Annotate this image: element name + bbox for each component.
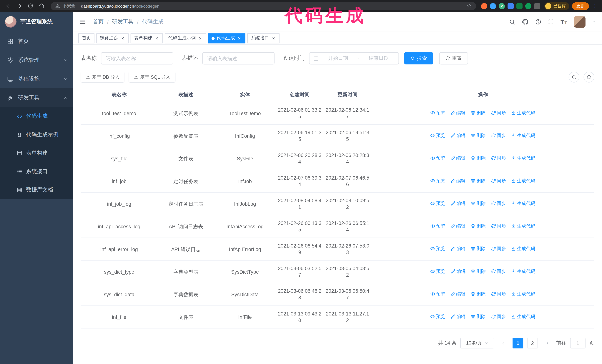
tab-system-api[interactable]: 系统接口 × [247,33,280,43]
sync-link[interactable]: 同步 [491,291,506,297]
table-desc-input[interactable] [202,52,275,64]
import-sql-button[interactable]: 基于 SQL 导入 [129,72,175,83]
tab-form-builder[interactable]: 表单构建 × [130,33,163,43]
sync-link[interactable]: 同步 [491,110,506,116]
collapse-sidebar-icon[interactable] [79,18,86,25]
generate-code-link[interactable]: 生成代码 [511,291,536,297]
sidebar-subitem-form-builder[interactable]: 表单构建 [0,144,73,162]
sync-link[interactable]: 同步 [491,177,506,184]
tab-home[interactable]: 首页 [78,33,95,43]
fullscreen-icon[interactable] [548,19,554,25]
edit-link[interactable]: 编辑 [451,200,465,207]
delete-link[interactable]: 删除 [471,291,486,297]
search-icon[interactable] [509,19,515,25]
edit-link[interactable]: 编辑 [451,291,465,297]
preview-link[interactable]: 预览 [430,246,445,252]
browser-menu-icon[interactable]: ⋮ [592,3,598,9]
preview-link[interactable]: 预览 [430,313,445,320]
toggle-search-button[interactable] [569,72,580,83]
extensions-puzzle-icon[interactable] [534,3,540,9]
next-page-button[interactable] [542,338,553,348]
preview-link[interactable]: 预览 [430,177,445,184]
edit-link[interactable]: 编辑 [451,246,465,252]
delete-link[interactable]: 删除 [471,155,486,161]
delete-link[interactable]: 删除 [471,200,486,207]
app-logo[interactable]: 芋道管理系统 [0,12,73,32]
page-button-2[interactable]: 2 [527,338,538,348]
sync-link[interactable]: 同步 [491,268,506,275]
generate-code-link[interactable]: 生成代码 [511,246,536,252]
prev-page-button[interactable] [498,338,509,348]
extension-icon[interactable] [525,3,531,9]
import-db-button[interactable]: 基于 DB 导入 [81,72,124,83]
edit-link[interactable]: 编辑 [451,177,465,184]
preview-link[interactable]: 预览 [430,268,445,275]
extension-icon[interactable] [481,3,487,9]
preview-link[interactable]: 预览 [430,291,445,297]
delete-link[interactable]: 删除 [471,313,486,320]
sync-link[interactable]: 同步 [491,246,506,252]
edit-link[interactable]: 编辑 [451,268,465,275]
preview-link[interactable]: 预览 [430,132,445,139]
preview-link[interactable]: 预览 [430,110,445,116]
delete-link[interactable]: 删除 [471,246,486,252]
sidebar-subitem-codegen[interactable]: 代码生成 [0,107,73,125]
extension-icon[interactable] [507,3,514,9]
sync-link[interactable]: 同步 [491,132,506,139]
sidebar-subitem-db-docs[interactable]: 数据库文档 [0,181,73,199]
goto-page-input[interactable] [570,338,586,348]
tab-link-trace[interactable]: 链路追踪 × [96,33,129,43]
sidebar-item-devtools[interactable]: 研发工具 [0,88,73,107]
reset-button[interactable]: 重置 [439,52,468,64]
sidebar-item-infra[interactable]: 基础设施 [0,69,73,88]
refresh-table-button[interactable] [584,72,594,83]
tab-codegen[interactable]: 代码生成 × [208,33,245,43]
browser-home-icon[interactable] [37,2,46,10]
help-icon[interactable] [535,19,541,25]
breadcrumb-item[interactable]: 研发工具 [112,18,134,25]
generate-code-link[interactable]: 生成代码 [511,110,536,116]
sync-link[interactable]: 同步 [491,313,506,320]
page-size-select[interactable]: 10条/页 [460,338,494,348]
delete-link[interactable]: 删除 [471,268,486,275]
page-button-1[interactable]: 1 [513,338,523,348]
browser-back-icon[interactable] [4,2,12,10]
sidebar-item-system[interactable]: 系统管理 [0,51,73,70]
close-tab-icon[interactable]: × [120,36,125,41]
delete-link[interactable]: 删除 [471,110,486,116]
generate-code-link[interactable]: 生成代码 [511,177,536,184]
edit-link[interactable]: 编辑 [451,155,465,161]
generate-code-link[interactable]: 生成代码 [511,223,536,229]
edit-link[interactable]: 编辑 [451,132,465,139]
preview-link[interactable]: 预览 [430,200,445,207]
date-range-picker[interactable]: 开始日期 - 结束日期 [309,52,399,64]
search-button[interactable]: 搜索 [404,52,433,64]
github-icon[interactable] [522,18,529,25]
breadcrumb-item[interactable]: 首页 [93,18,104,25]
close-tab-icon[interactable]: × [198,36,203,41]
profile-paused-badge[interactable]: 已暂停 [544,2,570,10]
generate-code-link[interactable]: 生成代码 [511,132,536,139]
preview-link[interactable]: 预览 [430,155,445,161]
edit-link[interactable]: 编辑 [451,110,465,116]
close-tab-icon[interactable]: × [237,36,242,41]
user-menu-caret-icon[interactable] [592,20,596,24]
generate-code-link[interactable]: 生成代码 [511,200,536,207]
extension-icon[interactable] [516,3,523,9]
font-size-icon[interactable]: TT [560,19,567,25]
generate-code-link[interactable]: 生成代码 [511,268,536,275]
generate-code-link[interactable]: 生成代码 [511,313,536,320]
preview-link[interactable]: 预览 [430,223,445,229]
delete-link[interactable]: 删除 [471,177,486,184]
sync-link[interactable]: 同步 [491,155,506,161]
user-avatar[interactable] [574,16,586,28]
tab-codegen-example[interactable]: 代码生成示例 × [165,33,206,43]
browser-forward-icon[interactable] [15,2,23,10]
browser-update-button[interactable]: 更新 [572,2,589,10]
extension-icon-vue[interactable]: V [499,3,505,9]
sync-link[interactable]: 同步 [491,223,506,229]
close-tab-icon[interactable]: × [154,36,159,41]
extension-icon[interactable] [490,3,496,9]
address-bar[interactable]: 不安全 dashboard.yudao.iocoder.cn/tool/code… [51,2,476,10]
sidebar-subitem-codegen-example[interactable]: 代码生成示例 [0,125,73,144]
